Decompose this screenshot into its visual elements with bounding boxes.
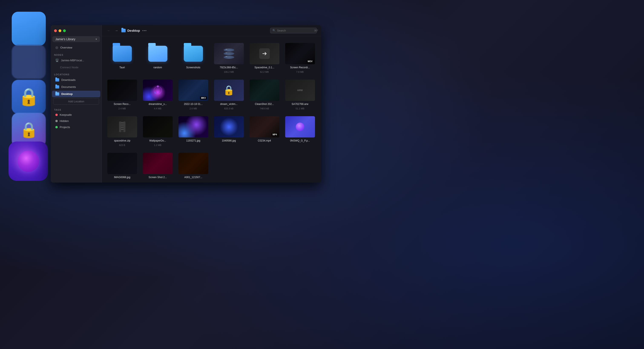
file-name: Tauri [119, 66, 125, 69]
file-item-imag0068[interactable]: IMAG0068.jpg [105, 150, 139, 181]
zip-visual [107, 116, 137, 137]
file-item-zip[interactable]: spacedrive.zip 623 B [105, 114, 139, 149]
folder-thumb [113, 46, 132, 62]
file-item-screen-rec1[interactable]: MOV Screen Recordi... 7.8 MB [283, 40, 317, 75]
file-grid: Tauri random [102, 36, 321, 183]
file-thumb [250, 80, 280, 101]
file-name: Screen Recordi... [290, 66, 310, 69]
library-selector[interactable]: Jamie's Library ▾ [52, 36, 100, 42]
downloads-label: Downloads [61, 78, 76, 81]
file-name: Screen Shot 2... [148, 176, 167, 179]
sidebar-item-node[interactable]: 🖥️ Jamies-MBP.local... [52, 57, 100, 64]
mp4-badge: MP4 [272, 133, 278, 136]
forward-button[interactable]: → [114, 28, 119, 33]
file-name: Screen Reco... [114, 103, 130, 106]
file-thumb [107, 116, 137, 137]
thumb-visual [250, 80, 280, 101]
file-size: 51.1 MB [296, 107, 304, 110]
documents-label: Documents [61, 85, 76, 88]
file-item-screenshots[interactable]: Screenshots [176, 40, 210, 75]
dock-folder-top [12, 12, 46, 46]
dock-spacedrive-icon[interactable] [8, 141, 48, 181]
lock-visual: 🔒 [214, 80, 244, 101]
file-item-dream-victim[interactable]: 🔒 dream_victim... 820.3 kB [212, 77, 246, 112]
file-item-7923[interactable]: 7923c368-85c... 106.2 MB [212, 40, 246, 75]
file-name: dreamstime_x... [149, 103, 167, 106]
dock-folder-mid [12, 45, 46, 79]
file-item-1049586[interactable]: 1049586.jpg [212, 114, 246, 149]
breadcrumb-folder-icon [122, 29, 126, 32]
sidebar-item-keepsafe[interactable]: Keepsafe [52, 112, 100, 118]
file-item-arw[interactable]: ARW SA702768.arw 51.1 MB [283, 77, 317, 112]
close-button[interactable] [54, 29, 57, 32]
file-thumb [107, 153, 137, 174]
file-thumb [107, 80, 137, 101]
file-thumb [143, 43, 173, 64]
file-item-screenshot2[interactable]: Screen Shot 2... [141, 150, 175, 181]
thumb-visual: MKV [178, 80, 208, 101]
file-name: 7923c368-85c... [220, 66, 238, 69]
file-item-1193271[interactable]: 1193271.jpg [176, 114, 210, 149]
search-bar[interactable]: 🔍 ⌘F [270, 28, 317, 33]
tags-section-label: Tags [51, 106, 102, 112]
file-name: spacedrive.zip [114, 139, 130, 142]
orbit-icon: ◎ [55, 45, 58, 49]
file-item-screen-rec2[interactable]: Screen Reco... 2.4 MB [105, 77, 139, 112]
file-name: Screenshots [186, 66, 200, 69]
sidebar-item-hidden[interactable]: Hidden [52, 118, 100, 124]
maximize-button[interactable] [63, 29, 66, 32]
file-size: 820.3 kB [224, 107, 234, 110]
zip-icon [118, 121, 126, 132]
file-item-spacedrive[interactable]: Spacedrive_0.1... 62.2 MB [248, 40, 281, 75]
hidden-dot [55, 120, 58, 122]
keepsafe-label: Keepsafe [60, 113, 72, 116]
file-item-tauri[interactable]: Tauri [105, 40, 139, 75]
file-thumb: MP4 [250, 116, 280, 137]
minimize-button[interactable] [58, 29, 61, 32]
file-thumb: MKV [178, 80, 208, 101]
breadcrumb: Desktop [122, 29, 146, 32]
file-size: 2.6 MB [190, 107, 197, 110]
thumb-visual: ARW [285, 80, 315, 101]
projects-dot [55, 126, 58, 128]
folder-icon [55, 85, 59, 88]
file-item-c0234[interactable]: MP4 C0234.mp4 [248, 114, 281, 149]
folder-icon [55, 78, 59, 81]
svg-point-1 [157, 85, 159, 87]
thumb-visual [178, 153, 208, 174]
hidden-label: Hidden [60, 119, 69, 123]
add-location-button[interactable]: Add Location [53, 98, 99, 105]
file-item-0nswq[interactable]: 0NSWQ_G_P.p... [283, 114, 317, 149]
file-size: 62.2 MB [260, 71, 269, 73]
sidebar-item-connect-node[interactable]: Connect Node [52, 64, 100, 71]
file-thumb: ARW [285, 80, 315, 101]
dot3 [146, 30, 146, 31]
sidebar-item-downloads[interactable]: Downloads [52, 77, 100, 83]
file-item-a001[interactable]: A001_121507... [176, 150, 210, 181]
file-name: 1049586.jpg [222, 139, 236, 142]
thumb-visual [107, 153, 137, 174]
search-input[interactable] [277, 29, 313, 32]
file-thumb [178, 153, 208, 174]
sidebar-item-desktop[interactable]: Desktop [52, 91, 100, 97]
file-size: 2.4 MB [118, 107, 126, 110]
sidebar-item-documents[interactable]: Documents [52, 84, 100, 90]
file-item-mkv[interactable]: MKV 2022-10-18 01... 2.6 MB [176, 77, 210, 112]
file-item-cleanshot[interactable]: CleanShot 202... 748.6 kB [248, 77, 281, 112]
file-name: 0NSWQ_G_P.p... [290, 139, 310, 142]
thumb-visual [285, 116, 315, 137]
file-item-wallpaper[interactable]: WallpaperDo... 1.2 MB [141, 114, 175, 149]
back-button[interactable]: ← [106, 28, 112, 33]
more-options-button[interactable] [142, 30, 146, 31]
file-name: dream_victim... [220, 103, 238, 106]
file-item-dreamstime[interactable]: dreamstime_x... 4.4 MB [141, 77, 175, 112]
file-name: IMAG0068.jpg [114, 176, 130, 179]
file-item-random[interactable]: random [141, 40, 175, 75]
sidebar-item-projects[interactable]: Projects [52, 124, 100, 130]
sidebar: Jamie's Library ▾ ◎ Overview Nodes 🖥️ Ja… [51, 25, 102, 183]
search-shortcut: ⌘F [314, 29, 318, 32]
file-name: SA702768.arw [292, 103, 308, 106]
node-icon: 🖥️ [55, 59, 59, 62]
sidebar-item-overview[interactable]: ◎ Overview [52, 44, 100, 51]
file-name: CleanShot 202... [255, 103, 274, 106]
